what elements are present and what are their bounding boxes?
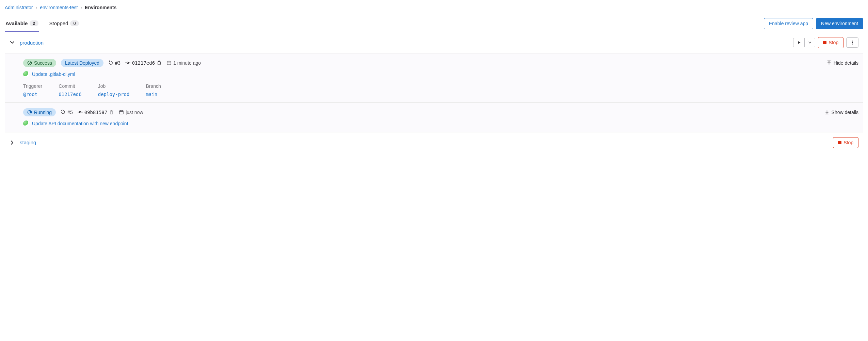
stop-environment-button[interactable]: Stop	[818, 37, 843, 48]
branch-link[interactable]: main	[146, 92, 157, 97]
show-details-toggle[interactable]: Show details	[824, 110, 858, 115]
commit-sha[interactable]: 09b81587	[78, 110, 114, 115]
iteration-link[interactable]: #3	[108, 60, 120, 66]
commit-icon	[125, 60, 130, 65]
tab-count: 2	[30, 20, 38, 26]
status-label: Success	[34, 60, 52, 66]
triggerer-link[interactable]: @root	[23, 92, 37, 97]
hide-details-toggle[interactable]: Hide details	[826, 60, 858, 66]
deployment-details: Triggerer @root Commit 01217ed6 Job depl…	[23, 83, 858, 97]
svg-point-4	[127, 62, 129, 64]
breadcrumb: Administrator › environments-test › Envi…	[5, 3, 863, 15]
time-text: 1 minute ago	[173, 60, 201, 66]
environment-name-link[interactable]: staging	[20, 140, 36, 145]
sha-short: 01217ed6	[132, 60, 155, 66]
commit-message-link[interactable]: Update .gitlab-ci.yml	[32, 71, 75, 77]
job-link[interactable]: deploy-prod	[98, 92, 130, 97]
stop-label: Stop	[843, 140, 853, 146]
tab-count: 0	[70, 20, 79, 26]
copy-icon[interactable]	[157, 60, 162, 65]
details-toggle-label: Show details	[832, 110, 858, 115]
breadcrumb-current: Environments	[85, 5, 116, 10]
arrow-up-icon	[826, 60, 832, 65]
deployment-time: just now	[119, 110, 143, 115]
play-button[interactable]	[793, 38, 805, 47]
chevron-right-icon[interactable]	[10, 140, 15, 145]
deployment-time: 1 minute ago	[166, 60, 201, 66]
latest-deployed-badge: Latest Deployed	[61, 59, 103, 67]
svg-point-0	[852, 41, 853, 42]
stop-icon	[823, 41, 826, 44]
tab-available[interactable]: Available 2	[5, 16, 39, 32]
calendar-icon	[166, 60, 172, 65]
status-badge[interactable]: Running	[23, 108, 56, 116]
running-icon	[27, 110, 32, 115]
status-label: Running	[34, 110, 52, 115]
enable-review-app-button[interactable]: Enable review app	[764, 18, 813, 29]
tab-label: Stopped	[49, 20, 68, 26]
sha-short: 09b81587	[84, 110, 107, 115]
commit-label: Commit	[59, 83, 81, 89]
iteration-number: #5	[67, 110, 73, 115]
check-circle-icon	[27, 61, 32, 65]
commit-link[interactable]: 01217ed6	[59, 92, 81, 97]
iteration-number: #3	[115, 60, 120, 66]
new-environment-button[interactable]: New environment	[816, 18, 863, 29]
avatar	[23, 120, 29, 127]
details-toggle-label: Hide details	[834, 60, 858, 66]
copy-icon[interactable]	[109, 110, 114, 115]
chevron-right-icon: ›	[80, 5, 82, 10]
commit-message-link[interactable]: Update API documentation with new endpoi…	[32, 121, 128, 126]
svg-rect-9	[167, 61, 171, 65]
branch-label: Branch	[146, 83, 161, 89]
job-label: Job	[98, 83, 130, 89]
tab-label: Available	[5, 20, 28, 26]
commit-icon	[78, 110, 83, 115]
tabs: Available 2 Stopped 0	[5, 16, 80, 32]
arrow-down-icon	[824, 110, 830, 115]
chevron-down-icon[interactable]	[10, 40, 15, 45]
svg-rect-20	[119, 111, 123, 114]
svg-point-2	[852, 44, 853, 44]
breadcrumb-root[interactable]: Administrator	[5, 5, 33, 10]
status-badge[interactable]: Success	[23, 59, 56, 67]
environment-kebab-button[interactable]	[846, 37, 858, 48]
play-dropdown-button[interactable]	[805, 38, 815, 47]
tab-stopped[interactable]: Stopped 0	[49, 16, 80, 32]
triggerer-label: Triggerer	[23, 83, 42, 89]
breadcrumb-project[interactable]: environments-test	[40, 5, 78, 10]
svg-point-1	[852, 42, 853, 43]
stop-label: Stop	[829, 40, 838, 46]
time-text: just now	[126, 110, 143, 115]
svg-point-15	[79, 111, 81, 113]
stop-environment-button[interactable]: Stop	[833, 137, 858, 148]
deployment-card: Running #5 09b81587	[5, 103, 863, 132]
avatar	[23, 71, 29, 77]
deployment-card: Success Latest Deployed #3 01217ed6	[5, 53, 863, 103]
environment-row: staging Stop	[5, 132, 863, 153]
commit-sha[interactable]: 01217ed6	[125, 60, 162, 66]
environment-name-link[interactable]: production	[20, 40, 44, 46]
stop-icon	[838, 141, 841, 144]
environment-row: production Stop	[5, 32, 863, 53]
retry-icon	[61, 110, 66, 115]
chevron-right-icon: ›	[35, 5, 37, 10]
retry-icon	[108, 60, 113, 65]
iteration-link[interactable]: #5	[61, 110, 73, 115]
calendar-icon	[119, 110, 124, 115]
